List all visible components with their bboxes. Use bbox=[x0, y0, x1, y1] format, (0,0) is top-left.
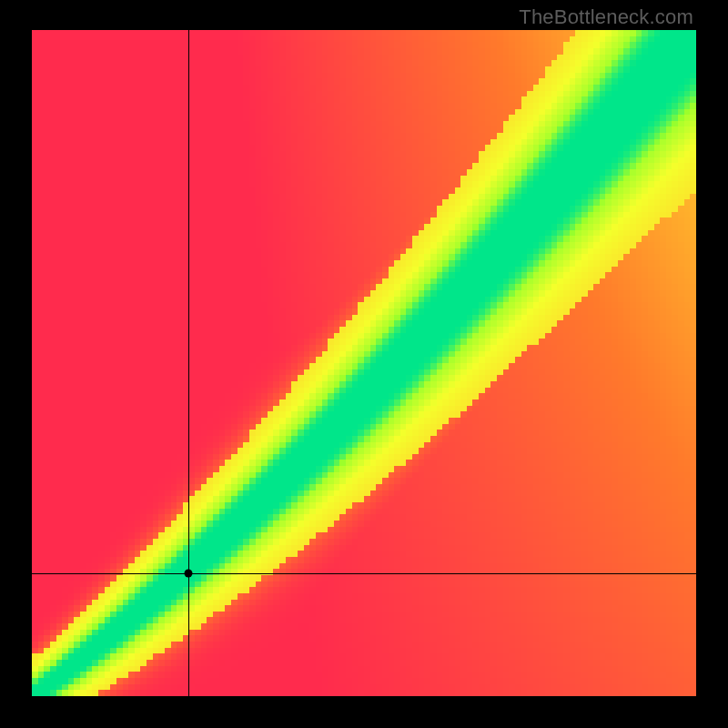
data-point-marker bbox=[185, 569, 193, 577]
watermark-text: TheBottleneck.com bbox=[519, 5, 693, 29]
heatmap-canvas bbox=[32, 30, 696, 696]
crosshair-vertical bbox=[188, 30, 189, 696]
heatmap-plot-area bbox=[32, 30, 696, 696]
crosshair-horizontal bbox=[32, 573, 696, 574]
